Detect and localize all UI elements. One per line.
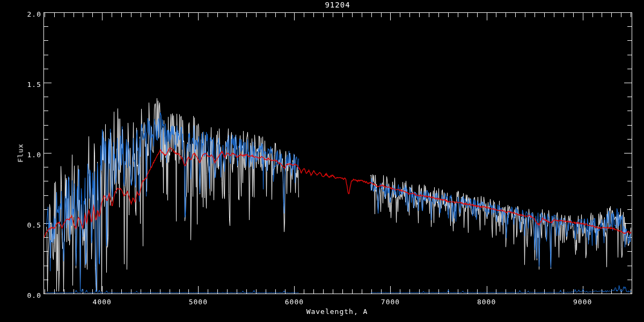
x-tick-label: 6000 <box>285 298 304 305</box>
y-tick-label: 0.0 <box>27 292 41 299</box>
x-tick-label: 4000 <box>93 298 112 305</box>
chart-title: 91204 <box>325 2 350 9</box>
y-tick-label: 1.5 <box>27 81 41 88</box>
y-tick-label: 1.0 <box>27 151 41 158</box>
x-tick-label: 5000 <box>189 298 208 305</box>
x-tick-label: 8000 <box>477 298 496 305</box>
x-axis-title: Wavelength, A <box>306 308 368 315</box>
y-tick-label: 2.0 <box>27 11 41 18</box>
y-axis-title: Flux <box>17 143 24 162</box>
spectrum-plot-window: 91204 Wavelength, A Flux 400050006000700… <box>0 0 644 322</box>
spectrum-chart-canvas <box>0 0 644 322</box>
y-tick-label: 0.5 <box>27 222 41 229</box>
x-tick-label: 9000 <box>573 298 592 305</box>
x-tick-label: 7000 <box>381 298 400 305</box>
